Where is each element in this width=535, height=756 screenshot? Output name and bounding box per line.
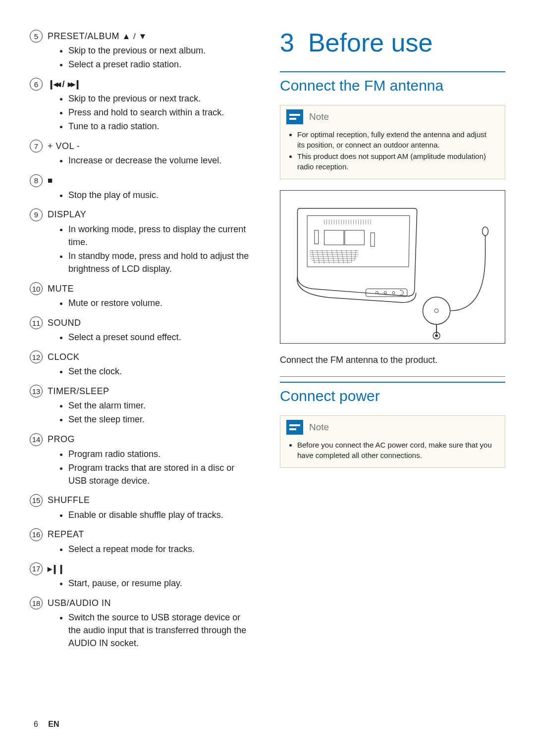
right-column: 3Before use Connect the FM antenna Note … — [280, 30, 505, 736]
svg-rect-21 — [324, 230, 344, 245]
item-5: 5 PRESET/ALBUM ▲ / ▼ Skip to the previou… — [30, 30, 255, 71]
item-8: 8 ■ Stop the play of music. — [30, 174, 255, 202]
circled-number: 16 — [30, 528, 43, 541]
svg-point-27 — [392, 292, 395, 294]
svg-point-31 — [435, 334, 438, 337]
item-title: SHUFFLE — [48, 495, 90, 505]
circled-number: 11 — [30, 316, 43, 329]
item-title: USB/AUDIO IN — [48, 598, 111, 608]
note-icon — [286, 420, 303, 435]
item-desc: Skip to the previous or next album. Sele… — [30, 44, 255, 71]
fm-antenna-diagram — [280, 190, 505, 344]
item-15: 15 SHUFFLE Enable or disable shuffle pla… — [30, 494, 255, 521]
item-title: PRESET/ALBUM ▲ / ▼ — [48, 31, 147, 42]
chapter-title: 3Before use — [280, 28, 505, 57]
item-18: 18 USB/AUDIO IN Switch the source to USB… — [30, 597, 255, 650]
footer-lang: EN — [48, 720, 59, 728]
item-7: 7 + VOL - Increase or decrease the volum… — [30, 140, 255, 167]
section-title-power: Connect power — [280, 388, 505, 404]
circled-number: 14 — [30, 433, 43, 446]
item-14: 14 PROG Program radio stations. Program … — [30, 433, 255, 487]
note-label: Note — [309, 422, 329, 433]
triangle-up-down-icon: ▲ / ▼ — [122, 32, 147, 41]
svg-rect-22 — [345, 230, 364, 245]
note-box-power: Note Before you connect the AC power cor… — [280, 415, 505, 468]
play-pause-icon: ▸❙❙ — [48, 563, 64, 574]
svg-rect-23 — [371, 233, 374, 247]
left-column: 5 PRESET/ALBUM ▲ / ▼ Skip to the previou… — [30, 30, 255, 736]
section-divider — [280, 382, 505, 383]
circled-number: 6 — [30, 78, 43, 91]
svg-rect-20 — [315, 230, 319, 244]
circled-number: 18 — [30, 597, 43, 609]
svg-point-29 — [434, 309, 438, 313]
item-17: 17 ▸❙❙ Start, pause, or resume play. — [30, 562, 255, 590]
page-number: 6 — [34, 720, 38, 728]
divider — [280, 376, 505, 377]
circled-number: 8 — [30, 174, 43, 187]
circled-number: 5 — [30, 30, 43, 43]
section-divider — [280, 71, 505, 72]
svg-point-26 — [384, 292, 386, 294]
note-box-fm: Note For optimal reception, fully extend… — [280, 105, 505, 179]
circled-number: 15 — [30, 494, 43, 507]
svg-point-32 — [482, 227, 488, 236]
circled-number: 13 — [30, 385, 43, 398]
item-9: 9 DISPLAY In working mode, press to disp… — [30, 208, 255, 275]
circled-number: 7 — [30, 140, 43, 152]
item-title: TIMER/SLEEP — [48, 386, 109, 397]
item-6: 6 ❙◂◂ / ▸▸❙ Skip to the previous or next… — [30, 78, 255, 133]
circled-number: 10 — [30, 282, 43, 295]
item-16: 16 REPEAT Select a repeat mode for track… — [30, 528, 255, 555]
item-12: 12 CLOCK Set the clock. — [30, 351, 255, 378]
item-title: + VOL - — [48, 141, 80, 151]
item-title: SOUND — [48, 318, 81, 328]
skip-track-icon: ❙◂◂ / ▸▸❙ — [48, 79, 80, 90]
item-title: CLOCK — [48, 352, 80, 362]
item-10: 10 MUTE Mute or restore volume. — [30, 282, 255, 309]
item-title: REPEAT — [48, 529, 84, 540]
item-title: MUTE — [48, 284, 74, 294]
svg-point-28 — [423, 297, 450, 324]
circled-number: 17 — [30, 562, 43, 575]
item-13: 13 TIMER/SLEEP Set the alarm timer. Set … — [30, 385, 255, 426]
stop-icon: ■ — [48, 176, 53, 186]
item-title: DISPLAY — [48, 209, 86, 220]
section-title-fm: Connect the FM antenna — [280, 77, 505, 94]
circled-number: 9 — [30, 208, 43, 221]
note-icon — [286, 109, 303, 124]
page-footer: 6 EN — [34, 720, 59, 729]
note-label: Note — [309, 111, 329, 122]
item-title: PROG — [48, 434, 75, 445]
fm-body-text: Connect the FM antenna to the product. — [280, 353, 505, 366]
item-11: 11 SOUND Select a preset sound effect. — [30, 316, 255, 344]
circled-number: 12 — [30, 351, 43, 363]
